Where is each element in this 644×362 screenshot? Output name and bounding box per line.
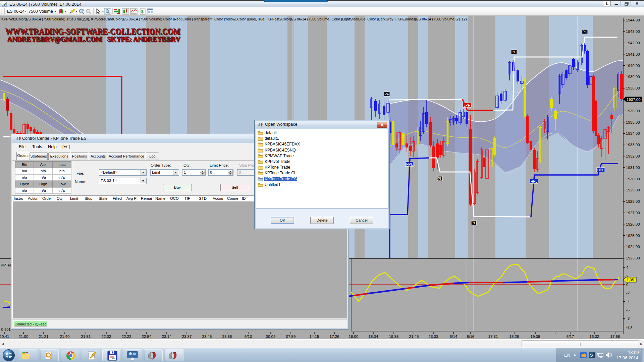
svg-text:22:22: 22:22 [122,335,131,339]
svg-text:21:40: 21:40 [60,335,70,339]
svg-text:1941,00: 1941,00 [626,52,640,56]
svg-text:6/13: 6/13 [245,335,252,339]
svg-text:6/16: 6/16 [467,335,474,339]
svg-text:6/14: 6/14 [450,335,458,339]
svg-text:1923,00: 1923,00 [626,256,640,260]
svg-text:HPL: HPL [406,162,413,166]
svg-text:1924,00: 1924,00 [626,245,640,249]
svg-text:-2: -2 [626,291,630,295]
svg-text:S: S [590,353,593,358]
svg-text:00:09: 00:09 [266,335,276,339]
svg-text:$: $ [141,9,144,14]
svg-text:-10: -10 [626,325,632,329]
svg-text:6/17: 6/17 [567,335,574,339]
svg-text:1937,00: 1937,00 [627,98,641,102]
svg-text:17:31: 17:31 [488,335,498,339]
svg-text:17:26: 17:26 [330,335,339,339]
svg-text:4: 4 [626,265,629,269]
svg-text:1943,00: 1943,00 [626,29,640,34]
svg-text:PL: PL [438,177,442,181]
svg-text:22:02: 22:02 [102,335,111,339]
svg-text:1940,00: 1940,00 [626,64,640,68]
svg-text:KPTre: KPTre [1,263,11,267]
svg-text:17:56: 17:56 [610,335,620,339]
svg-text:18:26: 18:26 [509,335,519,339]
svg-text:1944,00: 1944,00 [626,18,640,22]
svg-text:1939,00: 1939,00 [626,75,640,79]
svg-text:1932,00: 1932,00 [626,154,640,158]
svg-text:1930,00: 1930,00 [626,177,640,181]
svg-text:07:59: 07:59 [286,335,296,339]
svg-text:1929,00: 1929,00 [626,188,640,192]
svg-text:19:38: 19:38 [531,335,540,339]
svg-text:23:14: 23:14 [162,335,172,339]
svg-text:16:32: 16:32 [590,335,599,339]
svg-text:-6: -6 [626,308,630,312]
svg-text:-8: -8 [626,316,630,320]
svg-text:1933,00: 1933,00 [626,143,640,147]
svg-text:1925,00: 1925,00 [626,234,640,238]
svg-text:PH: PH [512,50,517,54]
svg-text:0: 0 [626,283,628,287]
svg-text:1935,00: 1935,00 [626,120,640,124]
svg-text:1942,00: 1942,00 [626,41,640,45]
svg-text:PH: PH [384,92,389,96]
svg-text:HPL: HPL [597,168,604,172]
svg-text:64·: 64· [112,357,115,360]
svg-text:LPH: LPH [464,103,470,107]
svg-text:© 201: © 201 [1,327,11,331]
svg-text:1927,00: 1927,00 [626,211,640,215]
svg-text:19:35: 19:35 [389,335,399,339]
svg-text:1928,00: 1928,00 [626,199,640,203]
svg-text:21:45: 21:45 [409,335,419,339]
svg-text:1926,00: 1926,00 [626,222,640,226]
svg-text:14:15: 14:15 [310,335,319,339]
svg-text:18:34: 18:34 [369,335,378,339]
svg-text:1934,00: 1934,00 [626,131,640,135]
svg-text:21:51: 21:51 [81,335,91,339]
svg-text:PL: PL [472,221,476,225]
svg-text:1936,00: 1936,00 [626,109,640,113]
svg-text:1,35: 1,35 [627,278,634,282]
svg-text:18:00: 18:00 [349,335,359,339]
svg-text:23:33: 23:33 [429,335,438,339]
svg-text:21:21: 21:21 [39,335,49,339]
svg-text:-4: -4 [626,300,630,304]
svg-text:23:45: 23:45 [202,335,212,339]
svg-text:1938,00: 1938,00 [626,86,640,90]
svg-text:20:41: 20:41 [0,335,9,339]
svg-text:23:56: 23:56 [222,335,232,339]
svg-text:1931,00: 1931,00 [626,166,640,170]
svg-text:PH: PH [582,30,587,34]
svg-text:22:54: 22:54 [142,335,152,339]
svg-text:23:37: 23:37 [182,335,192,339]
svg-text:HPL: HPL [531,179,538,183]
svg-text:21:00: 21:00 [19,335,29,339]
